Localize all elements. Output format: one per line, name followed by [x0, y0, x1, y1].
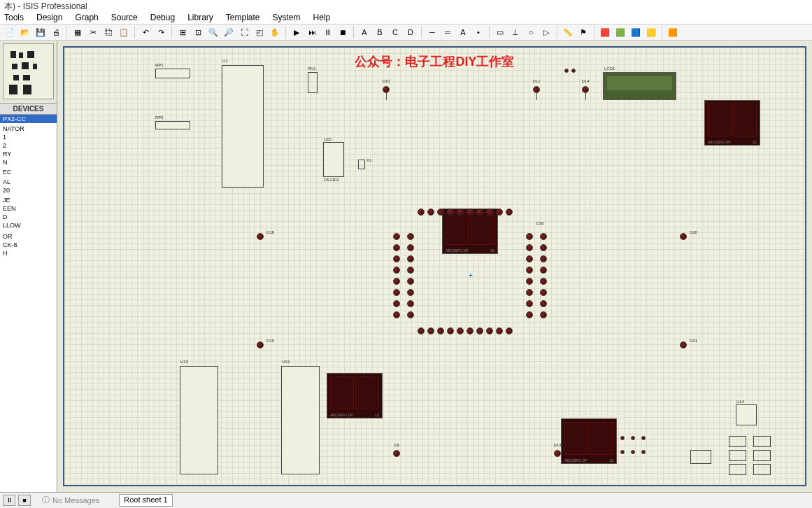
toolbar-copy-icon[interactable]: ⿻: [101, 25, 115, 39]
device-item[interactable]: EEN: [0, 204, 57, 213]
led-row-bottom[interactable]: [418, 327, 513, 334]
component-d21[interactable]: D21: [680, 341, 687, 348]
sim-stop-icon[interactable]: ■: [18, 495, 31, 506]
toolbar-green-icon[interactable]: 🟩: [613, 25, 627, 39]
toolbar-D-icon[interactable]: D: [404, 25, 418, 39]
gate-4[interactable]: [753, 436, 771, 447]
led-col-right[interactable]: [526, 233, 533, 318]
toolbar-ruler-icon[interactable]: 📏: [561, 25, 575, 39]
toolbar-redo-icon[interactable]: ↷: [154, 25, 168, 39]
component-u1[interactable]: U1: [222, 65, 264, 188]
component-d9[interactable]: D9: [393, 450, 400, 457]
component-d14[interactable]: D14: [582, 86, 589, 100]
menu-help[interactable]: Help: [313, 13, 331, 24]
component-d20[interactable]: D20: [680, 233, 687, 240]
toolbar-junction-icon[interactable]: •: [471, 25, 485, 39]
device-item[interactable]: 1: [0, 133, 57, 141]
toolbar-snap-icon[interactable]: ⊡: [191, 25, 205, 39]
toolbar-blue-icon[interactable]: 🟦: [629, 25, 643, 39]
toolbar-grid-icon[interactable]: ⊞: [176, 25, 190, 39]
device-item[interactable]: LLOW: [0, 221, 57, 230]
component-d18[interactable]: D18: [257, 233, 264, 240]
component-d10[interactable]: D10: [383, 86, 390, 100]
gate-3[interactable]: [729, 464, 746, 475]
toolbar-zoom-fit-icon[interactable]: ⛶: [237, 25, 251, 39]
menu-system[interactable]: System: [273, 13, 301, 24]
schematic-sheet[interactable]: 公众号：电子工程DIY工作室 RP1 RP2 U1 RV1: [63, 46, 806, 486]
device-item[interactable]: JE: [0, 196, 57, 204]
toolbar-marker-icon[interactable]: ⚑: [576, 25, 590, 39]
led-small-1[interactable]: [620, 436, 625, 440]
toolbar-orange-icon[interactable]: 🟧: [666, 25, 680, 39]
menu-design[interactable]: Design: [36, 13, 62, 24]
led-col-right2[interactable]: [540, 233, 547, 318]
component-d11[interactable]: D11: [533, 86, 540, 100]
device-item[interactable]: OR: [0, 232, 57, 241]
gate-5[interactable]: [753, 450, 771, 461]
gate-1[interactable]: [729, 436, 746, 447]
toolbar-port-icon[interactable]: ▷: [539, 25, 553, 39]
device-item[interactable]: PX2-CC: [0, 115, 57, 123]
seven-seg-center-left[interactable]: ABCDEFG DP1Z: [327, 373, 383, 418]
toolbar-pan-icon[interactable]: ✋: [268, 25, 282, 39]
device-item[interactable]: AL: [0, 178, 57, 186]
component-rv1[interactable]: RV1: [308, 72, 318, 93]
toolbar-B-icon[interactable]: B: [373, 25, 387, 39]
toolbar-stop-icon[interactable]: ⏹: [336, 25, 350, 39]
component-rp1[interactable]: RP1: [155, 69, 190, 78]
device-list[interactable]: PX2-CCNATOR12RYNECAL20JEEENDLLOWORCK-8H: [0, 115, 57, 492]
component-d19[interactable]: D19: [257, 341, 264, 348]
menu-graph[interactable]: Graph: [75, 13, 98, 24]
led-small-5[interactable]: [631, 450, 635, 454]
device-item[interactable]: NATOR: [0, 125, 57, 133]
component-u14[interactable]: U14: [736, 404, 757, 425]
seven-seg-top-right[interactable]: ABCDEFG DP1Z: [704, 100, 760, 146]
led-col-left[interactable]: [393, 233, 400, 318]
menu-template[interactable]: Template: [226, 13, 260, 24]
led-row-top[interactable]: [418, 209, 513, 216]
device-item[interactable]: CK-8: [0, 241, 57, 249]
toolbar-step-icon[interactable]: ⏭: [305, 25, 319, 39]
device-item[interactable]: 20: [0, 186, 57, 195]
schematic-canvas[interactable]: 公众号：电子工程DIY工作室 RP1 RP2 U1 RV1: [57, 41, 812, 492]
led-tiny-1[interactable]: [564, 69, 569, 73]
toolbar-A-icon[interactable]: A: [357, 25, 371, 39]
component-x1[interactable]: X1: [358, 160, 365, 169]
component-u12[interactable]: U12: [180, 366, 218, 474]
device-item[interactable]: H: [0, 249, 57, 257]
menu-source[interactable]: Source: [111, 13, 138, 24]
toolbar-wire-icon[interactable]: ─: [425, 25, 439, 39]
gate-2[interactable]: [729, 450, 746, 461]
toolbar-play-icon[interactable]: ▶: [290, 25, 304, 39]
led-small-2[interactable]: [631, 436, 635, 440]
status-sheet[interactable]: Root sheet 1: [119, 494, 172, 507]
led-col-left2[interactable]: [407, 233, 414, 318]
menu-debug[interactable]: Debug: [150, 13, 175, 24]
device-item[interactable]: D: [0, 213, 57, 221]
device-item[interactable]: EC: [0, 168, 57, 176]
toolbar-yellow-icon[interactable]: 🟨: [644, 25, 658, 39]
menu-tools[interactable]: Tools: [4, 13, 24, 24]
gate-u11[interactable]: [690, 450, 711, 464]
toolbar-zoom-area-icon[interactable]: ◰: [252, 25, 266, 39]
menu-library[interactable]: Library: [187, 13, 213, 24]
toolbar-pause-icon[interactable]: ⏸: [320, 25, 334, 39]
toolbar-zoom-out-icon[interactable]: 🔎: [222, 25, 236, 39]
toolbar-pin-icon[interactable]: ○: [524, 25, 538, 39]
toolbar-save-icon[interactable]: 💾: [34, 25, 48, 39]
led-small-3[interactable]: [641, 436, 646, 440]
toolbar-bus-icon[interactable]: ═: [441, 25, 455, 39]
component-lcd1[interactable]: LCD1: [603, 72, 676, 100]
device-item[interactable]: N: [0, 158, 57, 167]
toolbar-cut-icon[interactable]: ✂: [86, 25, 100, 39]
component-u13[interactable]: U13: [281, 366, 320, 474]
led-small-4[interactable]: [620, 450, 625, 454]
toolbar-area-icon[interactable]: ▦: [71, 25, 85, 39]
device-item[interactable]: RY: [0, 150, 57, 158]
gate-6[interactable]: [753, 464, 771, 475]
led-tiny-2[interactable]: [571, 69, 576, 73]
toolbar-red-icon[interactable]: 🟥: [598, 25, 612, 39]
component-rp2[interactable]: RP2: [155, 121, 190, 129]
toolbar-new-icon[interactable]: 📄: [3, 25, 17, 39]
toolbar-print-icon[interactable]: 🖨: [49, 25, 63, 39]
